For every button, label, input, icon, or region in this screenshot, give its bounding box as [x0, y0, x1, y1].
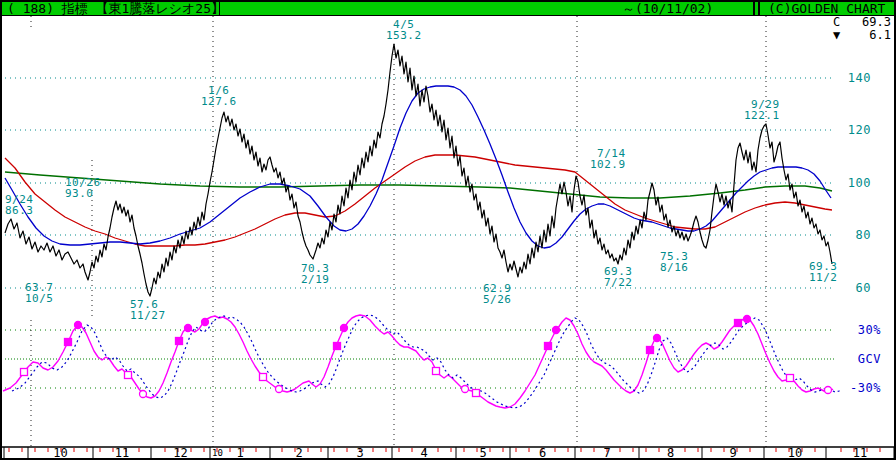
sub-scale-label-GCV: GCV: [858, 352, 881, 366]
month-label-10: 10: [788, 446, 802, 460]
scale-label-80: 80: [856, 228, 871, 242]
month-label-6: 6: [539, 446, 546, 460]
header-bar: ( 188) 指標 【東1騰落レシオ25】 ～(10/11/02) (C)GOL…: [2, 2, 894, 16]
filled-square-marker: [334, 343, 341, 350]
year-marker: 10: [212, 448, 223, 458]
filled-circle-marker: [553, 327, 560, 334]
month-label-5: 5: [479, 446, 486, 460]
filled-square-marker: [735, 320, 742, 327]
title-box-divider: [219, 2, 220, 15]
month-label-8: 8: [667, 446, 674, 460]
change-row: ▼ 6.1: [833, 29, 891, 42]
sub-scale-label-30%: 30%: [858, 323, 881, 337]
short-ma-line: [5, 86, 831, 248]
scale-label-60: 60: [856, 281, 871, 295]
month-label-9: 9: [729, 446, 736, 460]
quote-box: C 69.3 ▼ 6.1: [833, 16, 891, 42]
filled-square-marker: [65, 339, 72, 346]
page-title: ( 188) 指標 【東1騰落レシオ25】: [7, 2, 224, 15]
month-label-12: 12: [173, 446, 187, 460]
hollow-circle-marker: [462, 386, 469, 393]
ratio-line: [5, 44, 832, 296]
hollow-circle-marker: [276, 386, 283, 393]
filled-square-marker: [647, 347, 654, 354]
hollow-circle-marker: [140, 391, 147, 398]
date-range-label: ～(10/11/02): [622, 2, 713, 15]
filled-square-marker: [545, 343, 552, 350]
copyright-label: (C)GOLDEN CHART: [768, 2, 885, 15]
month-label-11: 11: [853, 446, 867, 460]
scale-label-140: 140: [848, 71, 871, 85]
month-label-2: 2: [295, 446, 302, 460]
change-value: 6.1: [869, 29, 891, 42]
chart-svg: 101112123456789101110140120100806030%GCV…: [0, 0, 896, 460]
month-label-10: 10: [53, 446, 67, 460]
month-label-11: 11: [115, 446, 129, 460]
month-label-3: 3: [356, 446, 363, 460]
filled-circle-marker: [744, 316, 751, 323]
filled-circle-marker: [654, 335, 661, 342]
filled-circle-marker: [202, 319, 209, 326]
hollow-square-marker: [787, 375, 794, 382]
scale-label-100: 100: [848, 176, 871, 190]
scale-label-120: 120: [848, 123, 871, 137]
hollow-square-marker: [21, 369, 28, 376]
month-label-1: 1: [236, 446, 243, 460]
long-ma-line: [5, 172, 832, 198]
filled-circle-marker: [185, 325, 192, 332]
golden-chart-window: ( 188) 指標 【東1騰落レシオ25】 ～(10/11/02) (C)GOL…: [0, 0, 896, 460]
gcv-oscillator-line: [3, 315, 833, 408]
month-label-7: 7: [603, 446, 610, 460]
hollow-circle-marker: [825, 387, 832, 394]
hollow-square-marker: [433, 368, 440, 375]
down-triangle-icon: ▼: [833, 29, 840, 42]
month-label-4: 4: [420, 446, 427, 460]
filled-circle-marker: [341, 325, 348, 332]
header-divider: [753, 2, 760, 15]
hollow-square-marker: [473, 390, 480, 397]
hollow-square-marker: [125, 372, 132, 379]
medium-ma-line: [5, 155, 832, 246]
filled-square-marker: [176, 338, 183, 345]
sub-scale-label--30%: -30%: [850, 381, 881, 395]
hollow-square-marker: [260, 374, 267, 381]
filled-circle-marker: [75, 322, 82, 329]
gcv-oscillator-lagged-line: [12, 315, 842, 408]
